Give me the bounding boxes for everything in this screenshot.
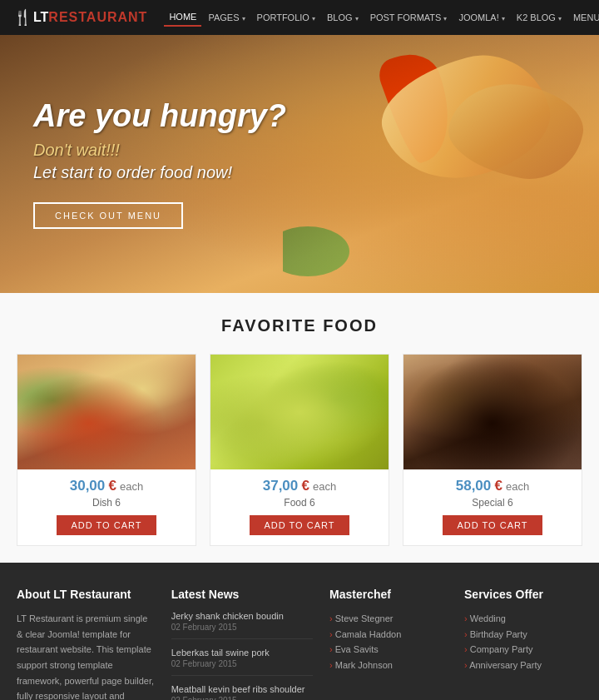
price-currency-2: € (301, 478, 309, 494)
food-price-3: 58,00 € each (403, 478, 582, 494)
food-name-3: Special 6 (403, 497, 582, 509)
footer-services-title: Services Offer (464, 588, 582, 601)
masterchef-item-3: Eva Savits (329, 642, 448, 658)
hero-food-decoration (283, 35, 599, 293)
services-list: Wedding Birthday Party Company Party Ann… (464, 611, 582, 673)
nav-post-formats[interactable]: POST FORMATS ▾ (365, 9, 453, 26)
food-card-2: 37,00 € each Food 6 ADD TO CART (210, 354, 389, 546)
service-link-1[interactable]: Wedding (470, 613, 506, 623)
food-price-1: 30,00 € each (17, 478, 196, 494)
price-amount-1: 30,00 (70, 478, 106, 494)
logo-lt-text: LT (33, 10, 48, 25)
price-amount-3: 58,00 (456, 478, 492, 494)
footer-services: Services Offer Wedding Birthday Party Co… (464, 588, 582, 700)
price-currency-1: € (108, 478, 116, 494)
news-title-2: Leberkas tail swine pork (171, 648, 313, 658)
add-to-cart-button-3[interactable]: ADD TO CART (443, 515, 543, 535)
food-card-3: 58,00 € each Special 6 ADD TO CART (403, 354, 582, 546)
service-link-4[interactable]: Anniversary Party (469, 660, 542, 670)
news-item-3: Meatball kevin beef ribs shoulder 02 Feb… (171, 684, 313, 700)
footer-about: About LT Restaurant LT Restaurant is pre… (17, 588, 155, 700)
price-each-2: each (313, 480, 336, 493)
footer-masterchef-title: Masterchef (329, 588, 448, 601)
site-footer: About LT Restaurant LT Restaurant is pre… (0, 563, 599, 700)
masterchef-item-2: Camala Haddon (329, 627, 448, 643)
footer-latest-news: Latest News Jerky shank chicken boudin 0… (171, 588, 313, 700)
site-header: 🍴 LT RESTAURANT HOME PAGES ▾ PORTFOLIO ▾… (0, 0, 599, 35)
checkout-menu-button[interactable]: CHECK OUT MENU (33, 202, 183, 229)
favorite-food-section: FAVORITE FOOD 30,00 € each Dish 6 ADD TO… (0, 293, 599, 563)
news-item-2: Leberkas tail swine pork 02 February 201… (171, 648, 313, 676)
add-to-cart-button-1[interactable]: ADD TO CART (57, 515, 157, 535)
food-image-2 (210, 355, 389, 469)
hero-sub2: Let start to order food now! (33, 163, 286, 182)
food-green-decoration (283, 226, 349, 276)
nav-joomla[interactable]: JOOMLA! ▾ (453, 9, 509, 26)
masterchef-link-4[interactable]: Mark Johnson (335, 660, 393, 670)
service-link-2[interactable]: Birthday Party (470, 629, 527, 639)
favorite-food-title: FAVORITE FOOD (17, 316, 582, 335)
masterchef-link-2[interactable]: Camala Haddon (335, 629, 402, 639)
nav-blog[interactable]: BLOG ▾ (322, 9, 364, 26)
logo-fork-icon: 🍴 (13, 8, 32, 27)
food-image-3 (403, 355, 582, 469)
food-image-1 (17, 355, 196, 469)
masterchef-item-1: Steve Stegner (329, 611, 448, 627)
add-to-cart-button-2[interactable]: ADD TO CART (250, 515, 350, 535)
service-item-4: Anniversary Party (464, 658, 582, 673)
food-name-1: Dish 6 (17, 497, 196, 509)
masterchef-link-1[interactable]: Steve Stegner (335, 613, 394, 623)
news-title-1: Jerky shank chicken boudin (171, 611, 313, 621)
price-each-1: each (120, 480, 143, 493)
nav-pages[interactable]: PAGES ▾ (203, 9, 250, 26)
nav-menu[interactable]: MENU ▾ (568, 9, 599, 26)
logo-restaurant-text: RESTAURANT (48, 10, 147, 25)
masterchef-item-4: Mark Johnson (329, 658, 448, 673)
footer-masterchef: Masterchef Steve Stegner Camala Haddon E… (329, 588, 448, 700)
service-item-2: Birthday Party (464, 627, 582, 643)
masterchef-list: Steve Stegner Camala Haddon Eva Savits M… (329, 611, 448, 673)
food-price-2: 37,00 € each (210, 478, 389, 494)
nav-k2-blog[interactable]: K2 BLOG ▾ (512, 9, 567, 26)
food-name-2: Food 6 (210, 497, 389, 509)
food-grid: 30,00 € each Dish 6 ADD TO CART 37,00 € … (17, 354, 582, 546)
service-link-3[interactable]: Company Party (470, 644, 533, 654)
food-card-1: 30,00 € each Dish 6 ADD TO CART (17, 354, 196, 546)
hero-headline: Are you hungry? (33, 99, 286, 134)
hero-content: Are you hungry? Don't wait!!! Let start … (0, 99, 286, 229)
footer-about-title: About LT Restaurant (17, 588, 155, 601)
price-currency-3: € (494, 478, 502, 494)
nav-portfolio[interactable]: PORTFOLIO ▾ (252, 9, 320, 26)
hero-sub1: Don't wait!!! (33, 141, 286, 160)
news-date-2: 02 February 2015 (171, 659, 313, 668)
service-item-3: Company Party (464, 642, 582, 658)
news-item-1: Jerky shank chicken boudin 02 February 2… (171, 611, 313, 639)
price-amount-2: 37,00 (263, 478, 299, 494)
footer-news-title: Latest News (171, 588, 313, 601)
main-nav: HOME PAGES ▾ PORTFOLIO ▾ BLOG ▾ POST FOR… (164, 8, 599, 27)
hero-section: Are you hungry? Don't wait!!! Let start … (0, 35, 599, 293)
footer-about-text: LT Restaurant is premium single & clear … (17, 611, 155, 700)
news-title-3: Meatball kevin beef ribs shoulder (171, 684, 313, 694)
masterchef-link-3[interactable]: Eva Savits (335, 644, 379, 654)
nav-home[interactable]: HOME (164, 8, 201, 27)
price-each-3: each (506, 480, 529, 493)
news-date-1: 02 February 2015 (171, 623, 313, 632)
service-item-1: Wedding (464, 611, 582, 627)
site-logo: 🍴 LT RESTAURANT (13, 8, 147, 27)
news-date-3: 02 February 2015 (171, 696, 313, 700)
